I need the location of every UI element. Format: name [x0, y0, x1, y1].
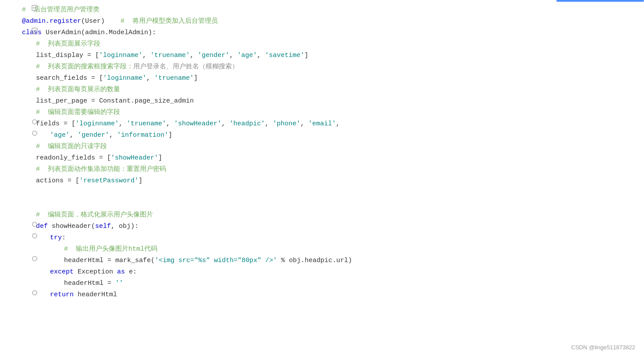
line-content: # 列表页面每页展示的数量	[22, 84, 635, 96]
code-line: def showHeader(self, obj):	[22, 221, 635, 232]
code-line: # 列表页面的搜索框搜索字段：用户登录名、用户姓名（模糊搜索）	[22, 61, 635, 73]
breakpoint-icon[interactable]	[31, 289, 38, 296]
gutter-empty	[31, 198, 38, 205]
line-content: actions = ['resetPassword']	[22, 175, 635, 187]
code-line: # 列表页面展示字段	[22, 39, 635, 50]
code-line: @admin.register(User) # 将用户模型类加入后台管理员	[22, 16, 635, 27]
line-content: # 编辑页面需要编辑的字段	[22, 107, 635, 118]
code-line: # 编辑页面的只读字段	[22, 141, 635, 153]
line-content: readonly_fields = ['showHeader']	[22, 153, 635, 164]
gutter-empty	[31, 16, 38, 23]
line-content: search_fields = ['loginname', 'truename'…	[22, 73, 635, 84]
line-content: # 列表页面展示字段	[22, 39, 635, 50]
line-content: list_display = ['loginname', 'truename',…	[22, 50, 635, 61]
line-content: headerHtml = mark_safe('<img src="%s" wi…	[22, 255, 635, 266]
line-content: @admin.register(User) # 将用户模型类加入后台管理员	[22, 16, 635, 27]
line-content: # 输出用户头像图片html代码	[22, 244, 635, 255]
svg-point-4	[32, 120, 37, 124]
line-content: list_per_page = Constant.page_size_admin	[22, 96, 635, 107]
code-line: # 列表页面动作集添加功能：重置用户密码	[22, 164, 635, 175]
gutter-empty	[31, 278, 38, 285]
code-area: # 后台管理员用户管理类@admin.register(User) # 将用户模…	[0, 4, 644, 301]
watermark: CSDN @linge511873822	[571, 344, 635, 351]
code-line: headerHtml = mark_safe('<img src="%s" wi…	[22, 255, 635, 266]
line-content: fields = ['loginname', 'truename', 'show…	[22, 118, 635, 130]
line-content: # 列表页面动作集添加功能：重置用户密码	[22, 164, 635, 175]
line-content: try:	[22, 232, 635, 244]
code-line: 'age', 'gender', 'information']	[22, 130, 635, 141]
breakpoint-icon[interactable]	[31, 118, 38, 125]
svg-point-5	[32, 131, 37, 135]
line-content: class UserAdmin(admin.ModelAdmin):	[22, 27, 635, 39]
gutter-empty	[31, 73, 38, 80]
line-content: return headerHtml	[22, 289, 635, 301]
svg-point-9	[32, 291, 37, 295]
line-content: # 编辑页面，格式化展示用户头像图片	[22, 209, 635, 221]
svg-point-7	[32, 234, 37, 238]
code-line: headerHtml = ''	[22, 278, 635, 289]
code-line: # 输出用户头像图片html代码	[22, 244, 635, 255]
code-line: readonly_fields = ['showHeader']	[22, 153, 635, 164]
line-content: except Exception as e:	[22, 266, 635, 278]
gutter-empty	[31, 266, 38, 273]
line-content: def showHeader(self, obj):	[22, 221, 635, 232]
line-content: # 列表页面的搜索框搜索字段：用户登录名、用户姓名（模糊搜索）	[22, 61, 635, 73]
code-line: # 编辑页面需要编辑的字段	[22, 107, 635, 118]
svg-point-6	[32, 222, 37, 227]
code-line: search_fields = ['loginname', 'truename'…	[22, 73, 635, 84]
gutter-empty	[31, 84, 38, 91]
line-content: # 编辑页面的只读字段	[22, 141, 635, 153]
line-content	[22, 187, 635, 198]
code-line: try:	[22, 232, 635, 244]
code-line	[22, 198, 635, 209]
breakpoint-icon[interactable]	[31, 232, 38, 239]
breakpoint-icon[interactable]	[31, 221, 38, 228]
code-line: # 后台管理员用户管理类	[22, 4, 635, 16]
gutter-empty	[31, 96, 38, 103]
code-line: except Exception as e:	[22, 266, 635, 278]
line-content	[22, 198, 635, 209]
code-line: return headerHtml	[22, 289, 635, 301]
line-content: 'age', 'gender', 'information']	[22, 130, 635, 141]
code-line: list_per_page = Constant.page_size_admin	[22, 96, 635, 107]
gutter-empty	[31, 153, 38, 160]
gutter-empty	[31, 107, 38, 114]
gutter-empty	[31, 187, 38, 194]
line-content: # 后台管理员用户管理类	[22, 4, 635, 16]
breakpoint-icon[interactable]	[31, 130, 38, 137]
fold-icon[interactable]	[31, 27, 38, 34]
code-container: # 后台管理员用户管理类@admin.register(User) # 将用户模…	[0, 0, 644, 355]
code-line	[22, 187, 635, 198]
code-line: # 列表页面每页展示的数量	[22, 84, 635, 96]
gutter-empty	[31, 209, 38, 217]
code-line: actions = ['resetPassword']	[22, 175, 635, 187]
gutter-empty	[31, 141, 38, 148]
code-line: list_display = ['loginname', 'truename',…	[22, 50, 635, 61]
svg-point-8	[32, 256, 37, 261]
gutter-empty	[31, 50, 38, 57]
scrollbar-top[interactable]	[556, 0, 644, 2]
line-content: headerHtml = ''	[22, 278, 635, 289]
collapse-icon[interactable]	[31, 4, 38, 11]
breakpoint-icon[interactable]	[31, 255, 38, 262]
gutter-empty	[31, 175, 38, 182]
code-line: # 编辑页面，格式化展示用户头像图片	[22, 209, 635, 221]
gutter-empty	[31, 164, 38, 171]
code-line: class UserAdmin(admin.ModelAdmin):	[22, 27, 635, 39]
code-line: fields = ['loginname', 'truename', 'show…	[22, 118, 635, 130]
gutter-empty	[31, 244, 38, 251]
gutter-empty	[31, 61, 38, 68]
gutter-empty	[31, 39, 38, 46]
